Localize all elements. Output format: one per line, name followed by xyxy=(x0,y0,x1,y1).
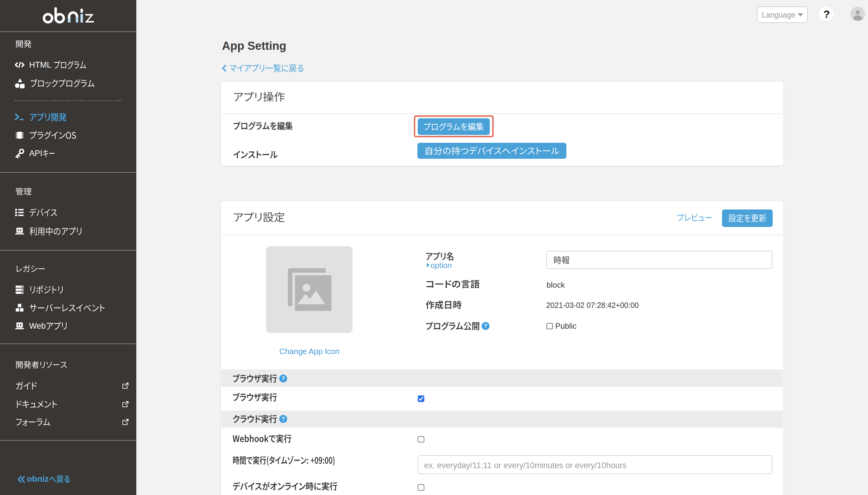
svg-text:?: ? xyxy=(484,323,488,329)
svg-text:?: ? xyxy=(282,376,285,382)
svg-text:?: ? xyxy=(282,416,285,422)
